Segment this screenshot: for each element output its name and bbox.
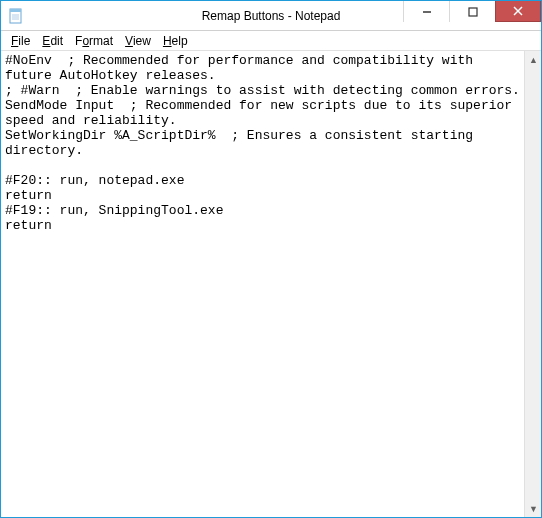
menu-edit[interactable]: Edit bbox=[36, 33, 69, 49]
window-controls bbox=[403, 1, 541, 23]
menu-format[interactable]: Format bbox=[69, 33, 119, 49]
window-titlebar[interactable]: Remap Buttons - Notepad bbox=[1, 1, 541, 31]
menu-help-rest: elp bbox=[172, 34, 188, 48]
content-area: #NoEnv ; Recommended for performance and… bbox=[1, 51, 541, 517]
menu-view[interactable]: View bbox=[119, 33, 157, 49]
menu-edit-rest: dit bbox=[50, 34, 63, 48]
scroll-up-arrow-icon[interactable]: ▲ bbox=[525, 51, 542, 68]
window-title: Remap Buttons - Notepad bbox=[202, 9, 341, 23]
maximize-button[interactable] bbox=[449, 1, 495, 22]
menu-format-rest: rmat bbox=[89, 34, 113, 48]
menu-file[interactable]: File bbox=[5, 33, 36, 49]
text-editor[interactable]: #NoEnv ; Recommended for performance and… bbox=[1, 51, 524, 517]
menu-help[interactable]: Help bbox=[157, 33, 194, 49]
close-button[interactable] bbox=[495, 1, 541, 22]
scroll-down-arrow-icon[interactable]: ▼ bbox=[525, 500, 542, 517]
notepad-icon bbox=[8, 8, 24, 24]
svg-rect-6 bbox=[469, 8, 477, 16]
menu-file-rest: ile bbox=[18, 34, 30, 48]
menu-view-rest: iew bbox=[133, 34, 151, 48]
menu-bar: File Edit Format View Help bbox=[1, 31, 541, 51]
vertical-scrollbar[interactable]: ▲ ▼ bbox=[524, 51, 541, 517]
minimize-button[interactable] bbox=[403, 1, 449, 22]
svg-rect-1 bbox=[10, 9, 21, 12]
